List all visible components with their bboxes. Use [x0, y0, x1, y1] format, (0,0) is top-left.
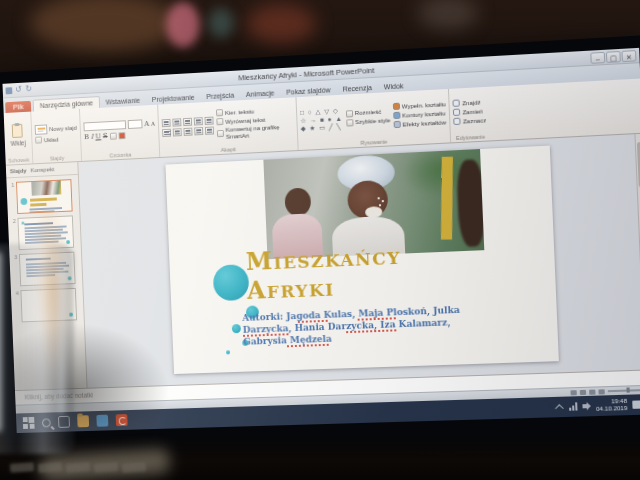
align-right-icon[interactable]	[183, 127, 192, 135]
bullets-icon[interactable]	[162, 118, 171, 126]
close-button[interactable]: ✕	[621, 50, 636, 62]
numbering-icon[interactable]	[172, 118, 181, 126]
arrange-button[interactable]: Rozmieść	[346, 108, 390, 117]
volume-icon[interactable]	[582, 402, 591, 410]
find-button[interactable]: Znajdź	[453, 98, 486, 107]
paste-icon	[12, 124, 23, 138]
save-icon[interactable]	[5, 87, 12, 94]
taskbar-clock[interactable]: 19:48 04.10.2019	[596, 397, 628, 413]
shape-outline-icon	[393, 112, 400, 119]
strikethrough-icon[interactable]: S	[103, 132, 108, 140]
file-explorer-icon[interactable]	[77, 415, 89, 427]
undo-icon[interactable]: ↺	[15, 86, 23, 94]
photos-app-icon[interactable]	[96, 415, 108, 427]
background-blur-flowers	[166, 2, 200, 48]
arrange-icon	[346, 110, 353, 117]
italic-icon[interactable]: I	[91, 133, 94, 141]
shape-effects-button[interactable]: Efekty kształtów	[393, 118, 446, 128]
powerpoint-taskbar-icon[interactable]	[116, 414, 128, 426]
slide-canvas[interactable]: Mieszkańcy Afryki Autorki: Jagoda Kulas,…	[165, 146, 558, 374]
keyboard-key	[10, 462, 35, 473]
layout-icon	[35, 136, 42, 143]
underline-icon[interactable]: U	[95, 132, 101, 140]
outline-panel-tab[interactable]: Konspekt	[30, 166, 54, 173]
slide-authors-text[interactable]: Autorki: Jagoda Kulas, Maja Ploskoń, Jul…	[242, 303, 482, 348]
reading-view-icon[interactable]	[589, 389, 595, 394]
thumbnail-bubble	[20, 198, 27, 205]
align-text-icon	[216, 118, 223, 125]
smartart-icon	[217, 130, 224, 137]
keyboard-key	[94, 462, 119, 473]
slide-editor: Mieszkańcy Afryki Autorki: Jagoda Kulas,…	[78, 134, 640, 388]
new-slide-button[interactable]: Nowy slajd	[35, 123, 77, 135]
font-group: A A B I U S Czcionka	[80, 105, 160, 161]
zoom-slider[interactable]	[608, 389, 640, 392]
background-blur-teal	[208, 8, 234, 38]
slide-title-line2: Afryki	[247, 271, 403, 306]
background-blur-red	[246, 4, 316, 44]
slideshow-view-icon[interactable]	[598, 389, 604, 394]
text-shadow-icon[interactable]	[109, 132, 116, 139]
zoom-slider-handle[interactable]	[626, 388, 629, 393]
minimize-button[interactable]: –	[590, 51, 605, 63]
font-name-box[interactable]	[83, 120, 126, 131]
paste-button[interactable]: Wklej	[7, 114, 30, 157]
shape-fill-button[interactable]: Wypełn. kształtu	[393, 100, 446, 110]
indent-decrease-icon[interactable]	[183, 117, 192, 125]
slide-thumbnail-1[interactable]	[16, 179, 73, 214]
indent-increase-icon[interactable]	[194, 117, 203, 125]
replace-button[interactable]: Zamień	[453, 107, 486, 116]
quick-styles-button[interactable]: Szybkie style	[346, 117, 390, 126]
shape-fill-icon	[393, 103, 400, 110]
paragraph-group: Kier. tekstu Wyrównaj tekst Konwertuj na…	[158, 97, 299, 157]
align-left-icon[interactable]	[162, 128, 171, 136]
select-button[interactable]: Zaznacz	[454, 116, 487, 125]
grow-font-icon[interactable]: A	[144, 120, 149, 128]
clipboard-group-label: Schowek	[6, 157, 33, 164]
keyboard-key	[66, 462, 91, 473]
shapes-gallery[interactable]: □ ○ △ ▽ ◇ ☆ → ■ ● ▲ ◆ ★ ▭ ╱ ╲	[299, 97, 343, 142]
new-slide-icon	[35, 124, 48, 134]
shape-outline-button[interactable]: Kontury kształtu	[393, 109, 446, 119]
align-center-icon[interactable]	[173, 128, 182, 136]
sorter-view-icon[interactable]	[580, 389, 586, 394]
drinking-glass	[0, 244, 74, 454]
window-controls: – ▢ ✕	[590, 50, 636, 64]
editing-group-label: Edytowanie	[451, 133, 490, 141]
keyboard-key	[38, 462, 63, 473]
editor-scrollbar[interactable]	[634, 134, 640, 370]
find-icon	[453, 99, 460, 106]
layout-button[interactable]: Układ	[35, 135, 77, 144]
editing-group: Znajdź Zamień Zaznacz Edytowanie	[449, 87, 490, 143]
font-size-box[interactable]	[128, 119, 143, 129]
slides-panel-tab[interactable]: Slajdy	[10, 168, 27, 175]
quick-styles-icon	[346, 119, 353, 126]
font-color-icon[interactable]	[118, 132, 125, 139]
shape-effects-icon	[393, 121, 400, 128]
normal-view-icon[interactable]	[570, 390, 576, 395]
photo-scene: ↺ ↻ Mieszkańcy Afryki - Microsoft PowerP…	[0, 0, 640, 480]
thumbnail-number: 1	[8, 182, 14, 188]
laptop-bezel: ↺ ↻ Mieszkańcy Afryki - Microsoft PowerP…	[0, 35, 640, 467]
photo-child-right	[456, 159, 484, 247]
replace-icon	[453, 109, 460, 116]
tray-expand-icon[interactable]	[555, 404, 564, 413]
slides-group-label: Slajdy	[33, 154, 81, 162]
network-icon[interactable]	[569, 402, 578, 410]
thumbnail-number: 2	[10, 218, 16, 224]
smartart-button[interactable]: Konwertuj na grafikę SmartArt	[217, 124, 294, 140]
line-spacing-icon[interactable]	[204, 116, 213, 124]
background-blur-grey	[418, 0, 478, 30]
select-icon	[454, 118, 461, 125]
maximize-button[interactable]: ▢	[606, 50, 621, 62]
justify-icon[interactable]	[194, 127, 203, 135]
decor-bubble-tiny	[226, 350, 230, 354]
touch-keyboard-icon[interactable]	[632, 400, 640, 409]
photo-child-left-face	[284, 187, 311, 216]
bold-icon[interactable]: B	[84, 133, 89, 141]
slide-title[interactable]: Mieszkańcy Afryki	[245, 242, 402, 306]
workspace: Slajdy Konspekt 1 2	[6, 134, 640, 390]
columns-icon[interactable]	[205, 126, 214, 134]
thumbnail-photo	[31, 181, 61, 196]
shrink-font-icon[interactable]: A	[151, 120, 155, 126]
